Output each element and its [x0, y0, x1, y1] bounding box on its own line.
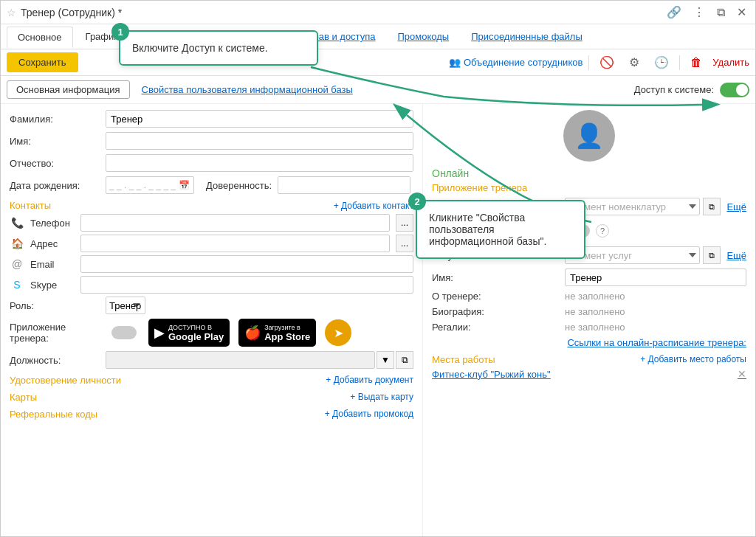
- hide-icon[interactable]: 🚫: [595, 54, 619, 71]
- services-select-wrap: Сегмент услуг ⧉ Ещё: [565, 246, 746, 264]
- access-label: Доступ к системе:: [634, 84, 714, 95]
- close-icon[interactable]: ✕: [734, 4, 749, 21]
- toolbar-separator: [588, 55, 589, 70]
- settings-icon[interactable]: ⚙: [625, 54, 644, 71]
- merge-action[interactable]: 👥 Объединение сотрудников: [449, 57, 583, 68]
- ref-label: Реферальные коды: [10, 409, 97, 420]
- role-row: Роль: Тренер: [10, 297, 413, 314]
- app-toggle[interactable]: [111, 326, 137, 339]
- add-promo-link[interactable]: + Добавить промокод: [325, 409, 413, 420]
- lastname-input[interactable]: [106, 110, 413, 128]
- booking-toggle-wrap: ?: [565, 224, 746, 238]
- app-section-label: Приложение тренера: [432, 182, 746, 193]
- app-row: Приложение тренера: ▶ ДОСТУПНО В Google …: [10, 319, 413, 347]
- delete-button[interactable]: Удалить: [712, 57, 749, 68]
- calendar-icon[interactable]: 📅: [179, 180, 190, 190]
- remove-club-btn[interactable]: ✕: [738, 368, 746, 380]
- role-label: Роль:: [10, 300, 106, 311]
- address-icon: 🏠: [10, 238, 24, 249]
- lastname-row: Фамилия:: [10, 110, 413, 128]
- app-store-name: App Store: [264, 331, 310, 342]
- main-window: ☆ Тренер (Сотрудник) * 🔗 ⋮ ⧉ ✕ Основное …: [0, 0, 756, 537]
- add-card-link[interactable]: + Выдать карту: [350, 392, 413, 403]
- position-row: Должность: ▼ ⧉: [10, 351, 413, 369]
- address-label: Адрес: [30, 238, 75, 249]
- dob-input[interactable]: _ _ . _ _ . _ _ _ _ 📅: [106, 176, 194, 194]
- avatar[interactable]: 👤: [563, 110, 615, 162]
- add-contact-link[interactable]: + Добавить контакт: [334, 201, 413, 211]
- segment-expand-btn[interactable]: ⧉: [703, 198, 721, 215]
- services-more-link[interactable]: Ещё: [726, 250, 746, 261]
- access-toggle-row: Доступ к системе:: [634, 83, 749, 97]
- schedule-link-row: Ссылки на онлайн-расписание тренера:: [432, 337, 746, 348]
- club-name-link[interactable]: Фитнес-клуб "Рыжий конь": [432, 369, 551, 380]
- segment-more-link[interactable]: Ещё: [726, 201, 746, 212]
- segment-select-wrap: Сегмент номенклатур ⧉ Ещё: [565, 198, 746, 215]
- ref-section: Реферальные коды + Добавить промокод: [10, 409, 413, 420]
- position-select[interactable]: [106, 351, 375, 369]
- more-icon[interactable]: ⋮: [690, 4, 708, 21]
- google-play-btn[interactable]: ▶ ДОСТУПНО В Google Play: [148, 319, 230, 347]
- address-input[interactable]: [80, 235, 390, 252]
- firstname-input[interactable]: [106, 132, 413, 150]
- middlename-label: Отчество:: [10, 158, 106, 169]
- lastname-label: Фамилия:: [10, 114, 106, 125]
- phone-extra-btn[interactable]: ...: [396, 214, 413, 232]
- send-button[interactable]: ➤: [325, 319, 351, 346]
- about-label: О тренере:: [432, 291, 565, 302]
- middlename-input[interactable]: [106, 154, 413, 172]
- work-club-row: Фитнес-клуб "Рыжий конь" ✕: [432, 368, 746, 380]
- trust-label: Доверенность:: [206, 180, 272, 191]
- toolbar-separator2: [679, 55, 680, 70]
- skype-input[interactable]: [80, 276, 413, 294]
- link-icon[interactable]: 🔗: [664, 4, 684, 21]
- add-work-link[interactable]: + Добавить место работы: [640, 354, 746, 365]
- phone-label: Телефон: [30, 218, 75, 229]
- position-extra-btn[interactable]: ⧉: [396, 351, 413, 369]
- tab-osnovnoe[interactable]: Основное: [7, 27, 73, 48]
- google-play-name: Google Play: [168, 331, 224, 342]
- history-icon[interactable]: 🕒: [650, 54, 673, 71]
- middlename-row: Отчество:: [10, 154, 413, 172]
- skype-row: S Skype: [10, 276, 413, 294]
- sub-tab-user-props[interactable]: Свойства пользователя информационной баз…: [133, 81, 362, 98]
- id-label: Удостоверение личности: [10, 375, 121, 386]
- about-row: О тренере: не заполнено: [432, 291, 746, 302]
- phone-row: 📞 Телефон ...: [10, 214, 413, 232]
- left-panel: Фамилия: Имя: Отчество: Дата рождения: _…: [1, 104, 423, 536]
- tab-promokody[interactable]: Промокоды: [388, 27, 460, 46]
- awards-row: Регалии: не заполнено: [432, 322, 746, 333]
- help-button[interactable]: ?: [596, 224, 609, 238]
- trash-icon[interactable]: 🗑: [686, 55, 707, 71]
- sub-tab-basic[interactable]: Основная информация: [7, 80, 130, 99]
- name-input[interactable]: [565, 268, 746, 286]
- add-doc-link[interactable]: + Добавить документ: [326, 375, 413, 386]
- address-extra-btn[interactable]: ...: [396, 235, 413, 252]
- address-row: 🏠 Адрес ...: [10, 235, 413, 252]
- bio-row: Биография: не заполнено: [432, 306, 746, 317]
- dob-row: Дата рождения: _ _ . _ _ . _ _ _ _ 📅 Дов…: [10, 176, 413, 194]
- schedule-link[interactable]: Ссылки на онлайн-расписание тренера:: [567, 337, 746, 348]
- app-store-sub: Загрузите в: [264, 324, 310, 331]
- email-input[interactable]: [80, 255, 413, 273]
- google-play-sub: ДОСТУПНО В: [168, 324, 224, 331]
- role-select[interactable]: Тренер: [106, 297, 145, 314]
- star-icon[interactable]: ☆: [7, 7, 16, 18]
- services-expand-btn[interactable]: ⧉: [703, 246, 721, 264]
- phone-input[interactable]: [80, 214, 390, 232]
- save-button[interactable]: Сохранить: [7, 52, 78, 72]
- contacts-label: Контакты: [10, 200, 51, 211]
- id-section: Удостоверение личности + Добавить докуме…: [10, 375, 413, 386]
- maximize-icon[interactable]: ⧉: [714, 4, 728, 21]
- dob-label: Дата рождения:: [10, 180, 106, 191]
- work-label: Места работы: [432, 354, 495, 365]
- app-store-btn[interactable]: 🍎 Загрузите в App Store: [238, 319, 316, 347]
- avatar-area: 👤: [432, 110, 746, 162]
- merge-icon: 👥: [449, 57, 461, 68]
- position-label: Должность:: [10, 355, 106, 366]
- position-chevron[interactable]: ▼: [377, 351, 394, 369]
- tab-files[interactable]: Присоединенные файлы: [461, 27, 593, 46]
- trust-input[interactable]: [278, 176, 410, 194]
- access-toggle[interactable]: [720, 83, 749, 97]
- position-input-wrap: ▼ ⧉: [106, 351, 413, 369]
